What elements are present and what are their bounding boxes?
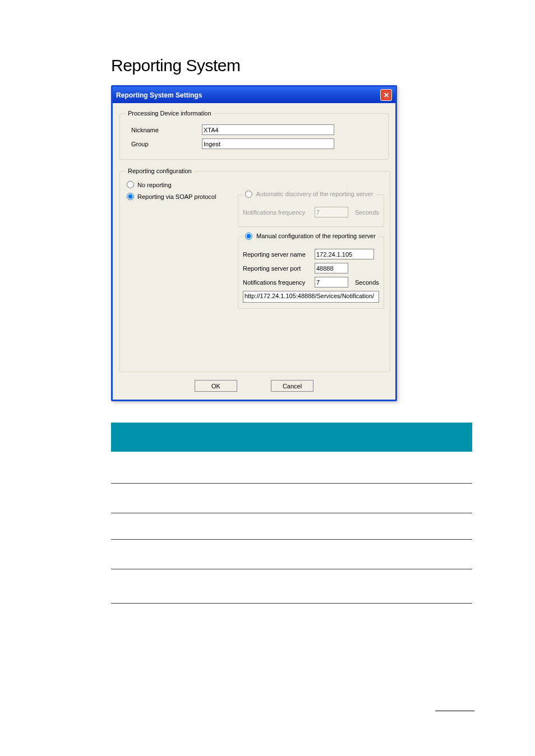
dialog-title: Reporting System Settings [116, 91, 202, 99]
no-reporting-radio[interactable] [127, 181, 134, 188]
group-row: Group [126, 138, 382, 149]
reporting-server-name-row: Reporting server name [243, 249, 379, 259]
manual-freq-unit: Seconds [355, 279, 379, 286]
auto-freq-input [315, 207, 348, 217]
dialog-button-row: OK Cancel [119, 380, 389, 392]
cancel-button[interactable]: Cancel [271, 380, 313, 392]
manual-configuration-group: Manual configuration of the reporting se… [238, 233, 384, 309]
manual-freq-input[interactable] [315, 277, 348, 287]
reporting-server-name-input[interactable] [315, 249, 374, 259]
automatic-discovery-group: Automatic discovery of the reporting ser… [238, 191, 384, 227]
manual-freq-label: Notifications frequency [243, 279, 315, 286]
auto-freq-unit: Seconds [355, 209, 379, 216]
reporting-configuration-group: Reporting configuration No reporting Rep… [119, 168, 390, 372]
processing-device-information-group: Processing Device information Nickname G… [119, 110, 389, 160]
automatic-discovery-radio[interactable] [245, 191, 252, 198]
page-number-line [435, 711, 474, 711]
soap-label: Reporting via SOAP protocol [137, 193, 216, 200]
reporting-server-name-label: Reporting server name [243, 251, 315, 258]
automatic-discovery-legend: Automatic discovery of the reporting ser… [243, 191, 376, 199]
description-area [111, 462, 472, 604]
dialog-body: Processing Device information Nickname G… [113, 103, 395, 400]
nickname-label: Nickname [126, 127, 202, 133]
manual-freq-row: Notifications frequency Seconds [243, 277, 379, 287]
auto-freq-label: Notifications frequency [243, 209, 315, 216]
soap-radio[interactable] [127, 193, 134, 200]
reporting-soap-area: Reporting via SOAP protocol Automatic di… [126, 191, 384, 314]
teal-header-bar [111, 423, 472, 452]
automatic-discovery-legend-text: Automatic discovery of the reporting ser… [256, 191, 373, 197]
group-legend: Processing Device information [126, 110, 214, 117]
reporting-server-port-label: Reporting server port [243, 265, 315, 272]
manual-configuration-legend-text: Manual configuration of the reporting se… [256, 233, 376, 239]
ok-button[interactable]: OK [195, 380, 237, 392]
reporting-url-box: http://172.24.1.105:48888/Services/Notif… [243, 291, 379, 303]
spacer [126, 314, 384, 365]
no-reporting-radio-row: No reporting [126, 181, 384, 188]
close-icon[interactable]: ✕ [380, 89, 392, 101]
manual-configuration-radio[interactable] [245, 233, 252, 240]
reporting-server-port-input[interactable] [315, 263, 348, 273]
no-reporting-label: No reporting [137, 182, 172, 188]
nickname-row: Nickname [126, 124, 382, 135]
reporting-server-port-row: Reporting server port [243, 263, 379, 273]
dialog-titlebar: Reporting System Settings ✕ [113, 87, 395, 103]
group-label: Group [126, 141, 202, 147]
reporting-system-settings-dialog: Reporting System Settings ✕ Processing D… [111, 85, 397, 401]
group-input[interactable] [202, 138, 334, 149]
soap-radio-row: Reporting via SOAP protocol [126, 193, 238, 200]
page-title: Reporting System [111, 56, 479, 75]
group-legend: Reporting configuration [126, 168, 194, 174]
auto-freq-row: Notifications frequency Seconds [243, 207, 379, 217]
manual-configuration-legend: Manual configuration of the reporting se… [243, 233, 378, 241]
nickname-input[interactable] [202, 124, 334, 135]
